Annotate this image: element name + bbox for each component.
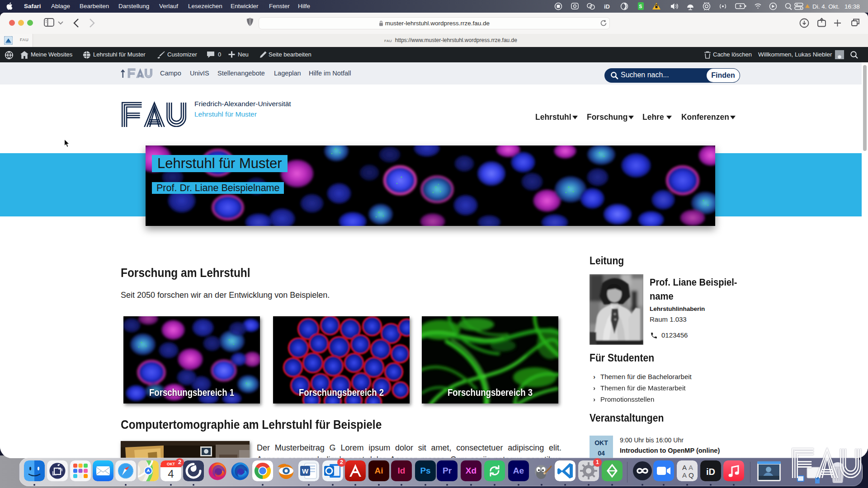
svg-text:A: A xyxy=(689,464,693,471)
svg-text:S: S xyxy=(639,4,642,9)
svg-text:iD: iD xyxy=(706,467,715,477)
svg-text:W: W xyxy=(302,467,309,475)
svg-text:A: A xyxy=(682,464,687,471)
svg-text:iD: iD xyxy=(604,3,610,10)
svg-text:Q: Q xyxy=(689,471,694,479)
svg-text:A: A xyxy=(682,471,687,479)
svg-text:Di. 4. Okt.: Di. 4. Okt. xyxy=(812,3,840,10)
svg-text:OKT: OKT xyxy=(167,462,175,466)
svg-text:16:38: 16:38 xyxy=(844,3,860,10)
svg-text:4: 4 xyxy=(168,468,174,480)
